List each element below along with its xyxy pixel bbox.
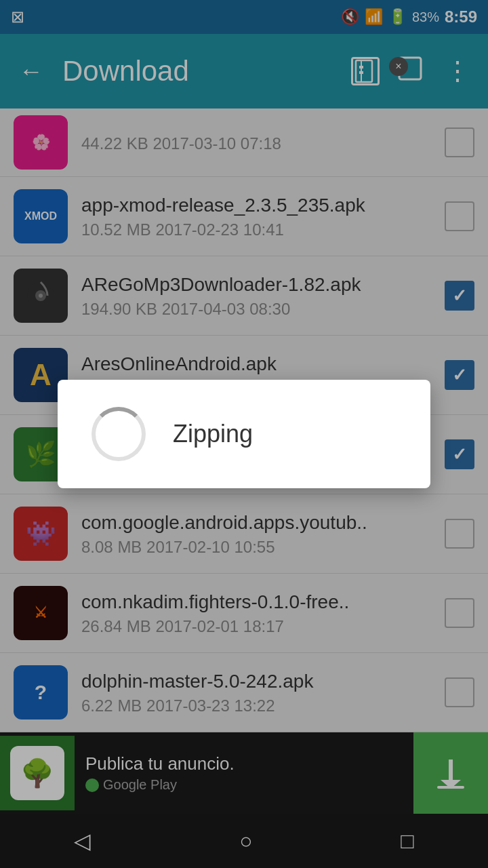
dialog-overlay: Zipping — [0, 0, 488, 868]
dialog-message: Zipping — [173, 420, 253, 448]
zipping-dialog: Zipping — [58, 380, 430, 488]
loading-spinner — [92, 407, 146, 461]
